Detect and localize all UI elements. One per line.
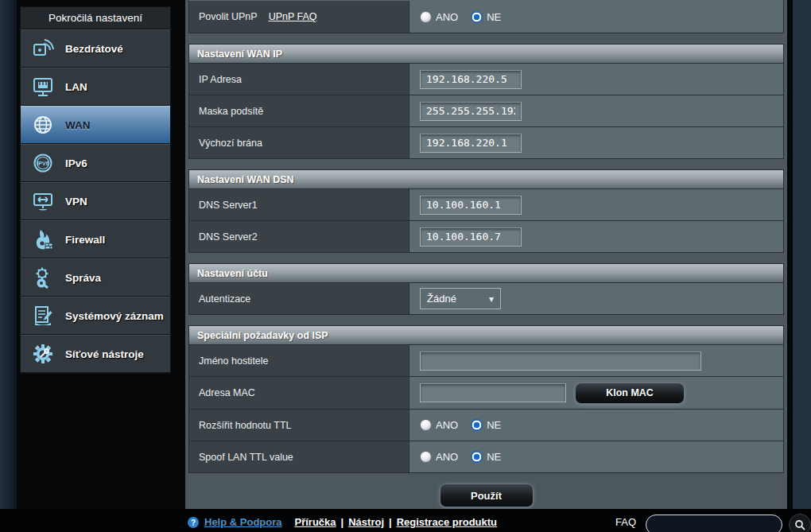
sidebar-item-label: VPN [65, 196, 87, 208]
sidebar-item-label: Bezdrátové [65, 43, 123, 55]
ttl-extend-radio-yes[interactable]: ANO [420, 419, 458, 431]
sidebar-item-label: LAN [65, 81, 87, 93]
footer: ? Help & Podpora Příručka | Nástroj | Re… [0, 509, 811, 532]
hostname-input[interactable] [420, 351, 701, 371]
authentication-select[interactable]: Žádné [420, 288, 501, 309]
svg-text:IPV6: IPV6 [37, 161, 49, 166]
ttl-extend-radio-group: ANO NE [420, 419, 501, 431]
default-gateway-row: Výchozí brána [189, 127, 783, 158]
subnet-mask-input[interactable] [420, 102, 522, 121]
search-icon [794, 519, 805, 530]
sidebar-item-label: Firewall [65, 234, 105, 246]
ip-address-row: IP Adresa [189, 64, 783, 95]
isp-section: Speciální požadavky od ISP Jméno hostite… [188, 325, 784, 473]
radio-unselected-icon[interactable] [420, 451, 432, 463]
ttl-spoof-row: Spoof LAN TTL value ANO NE [189, 441, 783, 472]
sidebar-item-ipv6[interactable]: IPV6 IPv6 [21, 144, 170, 182]
sidebar: Pokročilá nastavení Bezdrátové LAN [20, 6, 171, 374]
sidebar-item-label: WAN [65, 119, 91, 131]
wan-dns-section-title: Nastavení WAN DSN [189, 170, 783, 189]
radio-selected-icon[interactable] [471, 11, 483, 23]
sidebar-item-vpn[interactable]: VPN [21, 182, 170, 220]
ttl-extend-radio-no[interactable]: NE [471, 419, 501, 431]
ip-address-input[interactable] [420, 70, 522, 89]
lan-icon [31, 75, 55, 99]
upnp-radio-yes[interactable]: ANO [420, 11, 458, 23]
account-section-title: Nastavení účtu [189, 264, 783, 283]
sidebar-item-administration[interactable]: Správa [21, 258, 170, 297]
dns-server2-row: DNS Server2 [189, 221, 783, 252]
subnet-mask-label: Maska podsítě [189, 95, 409, 126]
dns-server2-label: DNS Server2 [189, 221, 409, 252]
network-tools-icon [31, 342, 55, 366]
help-support-link[interactable]: Help & Podpora [204, 516, 282, 528]
link-separator: | [389, 516, 392, 528]
sidebar-item-firewall[interactable]: Firewall [21, 220, 170, 258]
faq-label: FAQ [615, 516, 636, 528]
account-section: Nastavení účtu Autentizace Žádné [188, 263, 784, 315]
isp-section-title: Speciální požadavky od ISP [189, 326, 783, 345]
ipv6-icon: IPV6 [31, 151, 55, 175]
sidebar-item-wireless[interactable]: Bezdrátové [21, 29, 170, 68]
sidebar-item-wan[interactable]: WAN [21, 106, 170, 144]
search-button[interactable] [789, 514, 811, 532]
dns-server1-row: DNS Server1 [189, 189, 783, 221]
hostname-row: Jméno hostitele [189, 345, 783, 377]
mac-address-input[interactable] [420, 383, 566, 402]
firewall-icon [31, 227, 55, 251]
sidebar-item-system-log[interactable]: Systémový záznam [21, 297, 170, 335]
sidebar-item-network-tools[interactable]: Síťové nástroje [21, 335, 170, 373]
mac-address-label: Adresa MAC [189, 377, 409, 409]
wan-ip-section: Nastavení WAN IP IP Adresa Maska podsítě… [188, 44, 784, 159]
wan-dns-section: Nastavení WAN DSN DNS Server1 DNS Server… [188, 169, 784, 253]
radio-selected-icon[interactable] [471, 451, 483, 463]
authentication-select-value: Žádné [427, 293, 456, 305]
upnp-radio-no[interactable]: NE [471, 11, 501, 23]
ip-address-label: IP Adresa [189, 64, 409, 95]
chevron-down-icon [489, 293, 494, 305]
sidebar-header: Pokročilá nastavení [21, 7, 170, 29]
sidebar-item-label: IPv6 [65, 157, 87, 169]
upnp-row: Povolit UPnP UPnP FAQ ANO NE [189, 1, 783, 33]
dns-server1-input[interactable] [420, 196, 522, 215]
ttl-extend-label: Rozšířit hodnotu TTL [189, 410, 409, 441]
radio-selected-icon[interactable] [471, 419, 483, 431]
wan-ip-section-title: Nastavení WAN IP [189, 45, 783, 64]
default-gateway-input[interactable] [420, 134, 522, 153]
sidebar-item-label: Systémový záznam [65, 310, 164, 322]
authentication-label: Autentizace [189, 283, 409, 314]
ttl-spoof-label: Spoof LAN TTL value [189, 441, 409, 472]
dns-server1-label: DNS Server1 [189, 189, 409, 220]
ttl-extend-row: Rozšířit hodnotu TTL ANO NE [189, 410, 783, 441]
page-right-margin [793, 0, 811, 532]
settings-panel: Povolit UPnP UPnP FAQ ANO NE Nastavení [185, 0, 787, 509]
upnp-faq-link[interactable]: UPnP FAQ [269, 11, 317, 22]
upnp-table: Povolit UPnP UPnP FAQ ANO NE [188, 0, 784, 33]
page-left-margin [0, 0, 17, 532]
mac-address-row: Adresa MAC Klon MAC [189, 377, 783, 410]
ttl-spoof-radio-group: ANO NE [420, 451, 501, 463]
sidebar-item-lan[interactable]: LAN [21, 68, 170, 106]
authentication-row: Autentizace Žádné [189, 283, 783, 314]
system-log-icon [31, 304, 55, 328]
wireless-icon [31, 37, 55, 60]
help-icon: ? [188, 517, 199, 528]
dns-server2-input[interactable] [420, 227, 522, 247]
utility-link[interactable]: Nástroj [348, 516, 384, 528]
ttl-spoof-radio-yes[interactable]: ANO [420, 451, 458, 463]
default-gateway-label: Výchozí brána [189, 127, 409, 158]
sidebar-item-label: Síťové nástroje [65, 348, 144, 360]
mac-clone-button[interactable]: Klon MAC [575, 382, 685, 404]
product-registration-link[interactable]: Registrace produktu [397, 516, 497, 528]
radio-unselected-icon[interactable] [420, 11, 432, 23]
ttl-spoof-radio-no[interactable]: NE [471, 451, 501, 463]
globe-icon [31, 113, 55, 137]
apply-button[interactable]: Použít [440, 483, 534, 507]
subnet-mask-row: Maska podsítě [189, 95, 783, 127]
sidebar-item-label: Správa [65, 272, 101, 284]
upnp-label: Povolit UPnP [199, 11, 258, 22]
admin-gear-icon [31, 266, 55, 289]
radio-unselected-icon[interactable] [420, 419, 432, 431]
manual-link[interactable]: Příručka [295, 516, 336, 528]
faq-search-input[interactable] [646, 515, 782, 532]
